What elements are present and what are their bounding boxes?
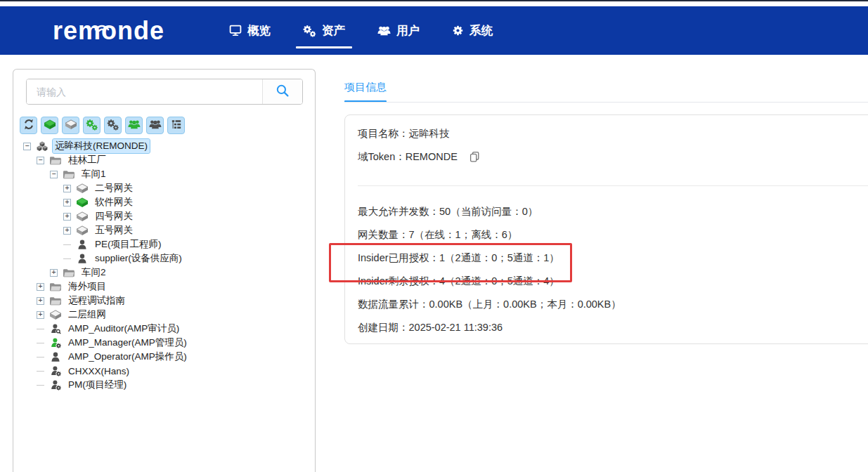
refresh-button[interactable]	[20, 117, 37, 134]
copy-icon[interactable]	[469, 148, 480, 171]
search-input[interactable]	[27, 79, 262, 104]
users-online-filter[interactable]	[125, 117, 143, 134]
info-row: 最大允许并发数：50（当前访问量：0）	[345, 200, 868, 223]
tree-node[interactable]: − 远眸科技(REMONDE)	[19, 139, 311, 153]
tree-node[interactable]: + 软件网关	[19, 195, 311, 209]
tab-bar: 项目信息	[344, 81, 387, 94]
tree-expander[interactable]: −	[23, 143, 31, 150]
tree-node[interactable]: + 海外项目	[19, 280, 311, 294]
tree-node-label[interactable]: CHXXX(Hans)	[66, 365, 131, 377]
info-row-annotated: Insider剩余授权：4（2通道：0；5通道：4）	[345, 270, 868, 293]
window-top-gap	[0, 1, 868, 6]
tree-node[interactable]: − 桂林工厂	[19, 153, 311, 167]
search-button[interactable]	[262, 79, 302, 104]
tree-expander[interactable]: +	[37, 297, 44, 305]
tree-node[interactable]: + 车间2	[19, 266, 311, 280]
tree-expander[interactable]: +	[63, 199, 71, 206]
tree-node-label[interactable]: AMP_Manager(AMP管理员)	[66, 336, 189, 350]
tree-node-label[interactable]: 车间1	[79, 167, 108, 181]
tree-node-label[interactable]: 五号网关	[93, 223, 135, 237]
tree-node-label[interactable]: PM(项目经理)	[66, 378, 129, 392]
tree-expander[interactable]: +	[63, 227, 71, 235]
tree-node[interactable]: AMP_Manager(AMP管理员)	[19, 336, 311, 350]
info-value: 0.00KB（上月：0.00KB；本月：0.00KB）	[429, 299, 621, 310]
info-label: 网关数量：	[358, 229, 409, 240]
tree-node-label[interactable]: 海外项目	[66, 280, 108, 294]
info-label: 项目名称：	[358, 128, 409, 139]
gateway-online-icon	[44, 119, 56, 132]
nav-item-system[interactable]: 系统	[445, 6, 500, 55]
users-online-icon	[128, 119, 141, 131]
tree-node[interactable]: PM(项目经理)	[19, 378, 311, 392]
nav-item-users[interactable]: 用户	[370, 6, 427, 55]
tree-expander[interactable]: −	[37, 157, 44, 164]
project-info-card: 项目名称：远眸科技 域Token：REMONDE 最大允许并发数：50（当前访问…	[344, 114, 868, 344]
tree-expander[interactable]: +	[50, 269, 58, 277]
tree-expander[interactable]: +	[37, 283, 44, 291]
tree-node-label[interactable]: 远程调试指南	[66, 294, 127, 308]
tree-node[interactable]: + 二号网关	[19, 181, 311, 195]
tree-expander[interactable]: +	[63, 185, 71, 192]
info-row: 创建日期：2025-02-21 11:39:36	[345, 316, 868, 339]
card-divider	[358, 185, 868, 186]
tree-node-label[interactable]: 远眸科技(REMONDE)	[53, 139, 150, 153]
top-navbar: remonde 概览 资产 用户 系统	[0, 6, 868, 55]
tree-node[interactable]: AMP_Operator(AMP操作员)	[19, 350, 311, 364]
tree-node-label[interactable]: supplier(设备供应商)	[93, 251, 184, 266]
users-icon	[377, 25, 391, 36]
tree-node[interactable]: supplier(设备供应商)	[19, 251, 311, 266]
tree-node-label[interactable]: 车间2	[79, 266, 108, 280]
logo-signal-icon	[93, 11, 112, 36]
tree-node-label[interactable]: AMP_Auditor(AMP审计员)	[66, 322, 181, 336]
tree-node-label[interactable]: 软件网关	[93, 195, 135, 209]
tree-node-label[interactable]: 四号网关	[93, 209, 135, 223]
tree-connector	[37, 343, 44, 343]
tree-node[interactable]: CHXXX(Hans)	[19, 364, 311, 378]
double-gear-icon	[303, 25, 316, 37]
nav-item-overview[interactable]: 概览	[222, 6, 278, 55]
tree-node[interactable]: − 车间1	[19, 167, 311, 181]
tree-node[interactable]: + 四号网关	[19, 209, 311, 223]
gateway-gray-icon	[75, 211, 89, 223]
tree-node-label[interactable]: 二号网关	[93, 181, 135, 195]
monitor-icon	[229, 25, 242, 37]
info-row: 项目名称：远眸科技	[345, 122, 868, 145]
tree-node[interactable]: + 远程调试指南	[19, 294, 311, 308]
tree-expander[interactable]: +	[63, 213, 71, 221]
tree-expander[interactable]: −	[50, 171, 58, 178]
gateway-gray-icon	[75, 183, 89, 195]
tree-expander[interactable]: +	[37, 311, 44, 319]
device-offline-filter[interactable]	[104, 117, 122, 134]
person-gear-icon	[48, 365, 62, 377]
person-gear-green-icon	[48, 337, 62, 349]
tree-connector	[37, 329, 44, 329]
gears-online-icon	[86, 119, 98, 133]
tree-node[interactable]: + 二层组网	[19, 308, 311, 322]
info-value: 50（当前访问量：0）	[439, 206, 538, 217]
tree-node-label[interactable]: PE(项目工程师)	[93, 237, 164, 251]
tree-node[interactable]: AMP_Auditor(AMP审计员)	[19, 322, 311, 336]
tree-node[interactable]: + 五号网关	[19, 223, 311, 237]
info-value: 4（2通道：0；5通道：4）	[439, 275, 559, 287]
tree-node-label[interactable]: 桂林工厂	[66, 153, 108, 167]
device-online-filter[interactable]	[83, 117, 101, 134]
search-group	[26, 79, 303, 105]
tree-node[interactable]: PE(项目工程师)	[19, 237, 311, 251]
info-value: REMONDE	[406, 151, 458, 162]
tree-view-toggle[interactable]	[167, 117, 185, 134]
gateway-green-icon	[75, 197, 89, 209]
info-value: 2025-02-21 11:39:36	[409, 322, 503, 333]
sidebar-panel: − 远眸科技(REMONDE) − 桂林工厂 − 车间1 + 二号网关 + 软件…	[13, 69, 316, 472]
basic-info-rows: 项目名称：远眸科技 域Token：REMONDE	[345, 122, 868, 169]
gateway-gray-icon	[75, 225, 89, 237]
users-offline-filter[interactable]	[146, 117, 164, 134]
app-logo[interactable]: remonde	[53, 18, 164, 44]
tab-project-info[interactable]: 项目信息	[344, 81, 387, 93]
nav-item-assets[interactable]: 资产	[296, 6, 352, 55]
tree-node-label[interactable]: AMP_Operator(AMP操作员)	[66, 350, 189, 364]
tree-node-label[interactable]: 二层组网	[66, 308, 108, 322]
person-gear-icon	[48, 379, 62, 391]
users-offline-icon	[149, 119, 162, 131]
gateway-offline-filter[interactable]	[62, 117, 79, 134]
gateway-online-filter[interactable]	[41, 117, 58, 134]
